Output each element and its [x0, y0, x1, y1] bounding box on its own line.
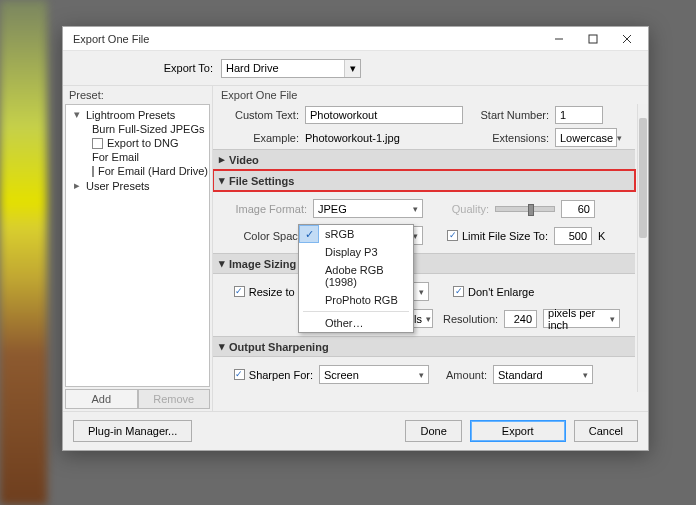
close-button[interactable] — [610, 28, 644, 50]
plugin-manager-button[interactable]: Plug-in Manager... — [73, 420, 192, 442]
amount-select[interactable]: Standard▾ — [493, 365, 593, 384]
image-sizing-block: Resize to Fit: ▾ Don't Enlarge 1500 pixe… — [213, 274, 636, 336]
checkbox-icon — [453, 286, 464, 297]
dropdown-option[interactable]: Display P3 — [299, 243, 413, 261]
chevron-down-icon: ▾ — [617, 133, 622, 143]
window-buttons — [542, 28, 644, 50]
preset-group-lightroom[interactable]: ▾ Lightroom Presets — [66, 107, 209, 122]
checkbox-icon — [92, 166, 94, 177]
quality-input[interactable]: 60 — [561, 200, 595, 218]
chevron-down-icon: ▾ — [413, 204, 418, 214]
svg-rect-1 — [589, 35, 597, 43]
sharpen-row: Sharpen For: Screen▾ Amount: Standard▾ — [221, 363, 628, 386]
window-title: Export One File — [73, 33, 149, 45]
done-button[interactable]: Done — [405, 420, 461, 442]
section-file-settings[interactable]: ▾File Settings — [213, 170, 635, 191]
preset-column: Preset: ▾ Lightroom Presets Burn Full-Si… — [63, 86, 213, 411]
dropdown-option[interactable]: sRGB — [299, 225, 413, 243]
dropdown-option[interactable]: ProPhoto RGB — [299, 291, 413, 309]
checkbox-icon — [447, 230, 458, 241]
chevron-down-icon: ▾ — [344, 60, 360, 77]
dropdown-option[interactable]: Adobe RGB (1998) — [299, 261, 413, 291]
resolution-unit-select[interactable]: pixels per inch▾ — [543, 309, 620, 328]
section-output-sharpening[interactable]: ▾Output Sharpening — [213, 336, 635, 357]
dropdown-separator — [303, 311, 409, 312]
start-number-label: Start Number: — [469, 109, 549, 121]
disclosure-icon: ▸ — [74, 179, 82, 192]
limit-filesize-input[interactable]: 500 — [554, 227, 592, 245]
extensions-label: Extensions: — [469, 132, 549, 144]
sharpen-for-select[interactable]: Screen▾ — [319, 365, 429, 384]
add-preset-button[interactable]: Add — [65, 389, 138, 409]
color-space-row: Color Space: sRGB▾ Limit File Size To: 5… — [221, 224, 628, 247]
custom-text-label: Custom Text: — [221, 109, 299, 121]
resize-row: Resize to Fit: ▾ Don't Enlarge — [221, 280, 628, 303]
extensions-select[interactable]: Lowercase▾ — [555, 128, 617, 147]
quality-label: Quality: — [429, 203, 489, 215]
scrollbar-thumb[interactable] — [639, 118, 647, 238]
example-row: Example: Photoworkout-1.jpg Extensions: … — [213, 126, 636, 149]
sharpen-checkbox[interactable]: Sharpen For: — [229, 369, 313, 381]
remove-preset-button: Remove — [138, 389, 211, 409]
export-button[interactable]: Export — [470, 420, 566, 442]
preset-list[interactable]: ▾ Lightroom Presets Burn Full-Sized JPEG… — [65, 104, 210, 387]
quality-slider[interactable] — [495, 206, 555, 212]
checkbox-icon — [92, 138, 103, 149]
maximize-button[interactable] — [576, 28, 610, 50]
output-sharpening-block: Sharpen For: Screen▾ Amount: Standard▾ — [213, 357, 636, 392]
resolution-input[interactable]: 240 — [504, 310, 537, 328]
disclosure-icon: ▾ — [219, 257, 225, 270]
chevron-down-icon: ▾ — [610, 314, 615, 324]
resolution-label: Resolution: — [439, 313, 498, 325]
chevron-down-icon: ▾ — [426, 314, 431, 324]
content-column: Export One File Custom Text: Photoworkou… — [213, 86, 648, 411]
dropdown-option-other[interactable]: Other… — [299, 314, 413, 332]
file-settings-block: Image Format: JPEG▾ Quality: 60 Color Sp… — [213, 191, 636, 253]
content-header: Export One File — [213, 86, 648, 104]
custom-text-row: Custom Text: Photoworkout Start Number: … — [213, 104, 636, 126]
section-image-sizing[interactable]: ▾Image Sizing — [213, 253, 635, 274]
checkbox-icon — [234, 369, 245, 380]
export-to-value: Hard Drive — [226, 62, 279, 74]
start-number-input[interactable]: 1 — [555, 106, 603, 124]
preset-item[interactable]: Burn Full-Sized JPEGs — [66, 122, 209, 136]
amount-label: Amount: — [435, 369, 487, 381]
color-space-dropdown[interactable]: sRGB Display P3 Adobe RGB (1998) ProPhot… — [298, 224, 414, 333]
checkmark-icon — [299, 225, 319, 243]
example-value: Photoworkout-1.jpg — [305, 132, 463, 144]
limit-filesize-checkbox[interactable]: Limit File Size To: — [447, 230, 548, 242]
chevron-down-icon: ▾ — [419, 287, 424, 297]
slider-thumb[interactable] — [528, 204, 534, 216]
vertical-scrollbar[interactable] — [637, 104, 648, 392]
disclosure-icon: ▾ — [219, 174, 225, 187]
section-video[interactable]: ▸Video — [213, 149, 635, 170]
chevron-down-icon: ▾ — [583, 370, 588, 380]
export-to-select[interactable]: Hard Drive ▾ — [221, 59, 361, 78]
disclosure-icon: ▸ — [219, 153, 225, 166]
image-format-label: Image Format: — [229, 203, 307, 215]
preset-buttons: Add Remove — [65, 389, 210, 409]
minimize-button[interactable] — [542, 28, 576, 50]
export-to-label: Export To: — [73, 62, 213, 74]
custom-text-input[interactable]: Photoworkout — [305, 106, 463, 124]
preset-group-label: User Presets — [86, 180, 150, 192]
disclosure-icon: ▾ — [74, 108, 82, 121]
titlebar: Export One File — [63, 27, 648, 51]
limit-unit: K — [598, 230, 605, 242]
image-format-row: Image Format: JPEG▾ Quality: 60 — [221, 197, 628, 220]
preset-group-label: Lightroom Presets — [86, 109, 175, 121]
background-photo-strip — [0, 0, 47, 505]
cancel-button[interactable]: Cancel — [574, 420, 638, 442]
scroll-area: Custom Text: Photoworkout Start Number: … — [213, 104, 648, 392]
preset-item[interactable]: For Email (Hard Drive) — [66, 164, 209, 178]
preset-item[interactable]: For Email — [66, 150, 209, 164]
example-label: Example: — [221, 132, 299, 144]
color-space-label: Color Space: — [229, 230, 307, 242]
preset-item[interactable]: Export to DNG — [66, 136, 209, 150]
preset-group-user[interactable]: ▸ User Presets — [66, 178, 209, 193]
disclosure-icon: ▾ — [219, 340, 225, 353]
image-format-select[interactable]: JPEG▾ — [313, 199, 423, 218]
dont-enlarge-checkbox[interactable]: Don't Enlarge — [453, 286, 534, 298]
chevron-down-icon: ▾ — [419, 370, 424, 380]
footer: Plug-in Manager... Done Export Cancel — [63, 412, 648, 450]
